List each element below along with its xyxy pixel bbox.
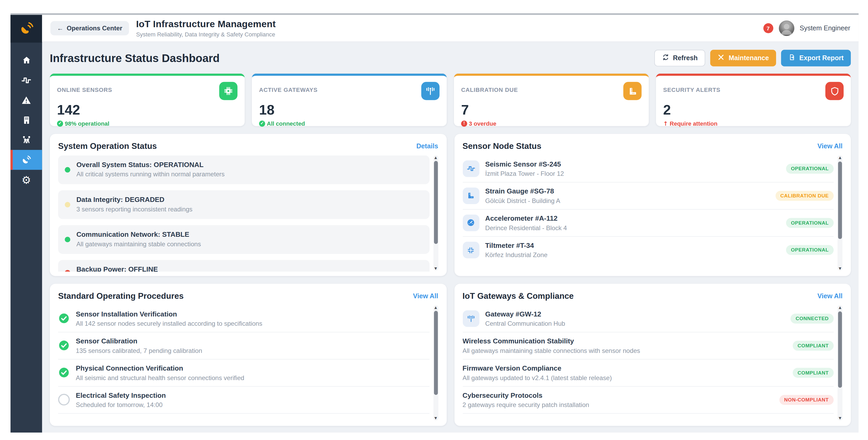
export-report-button[interactable]: Export Report bbox=[781, 50, 851, 67]
scroll-up-arrow[interactable]: ▲ bbox=[838, 305, 843, 310]
scrollbar[interactable]: ▲ ▼ bbox=[433, 156, 438, 271]
status-badge: CALIBRATION DUE bbox=[775, 191, 834, 201]
compliance-row[interactable]: Firmware Version Compliance All gateways… bbox=[463, 360, 834, 387]
procedure-row[interactable]: Sensor Calibration 135 sensors calibrate… bbox=[58, 332, 429, 360]
status-item: Communication Network: STABLE All gatewa… bbox=[58, 225, 429, 254]
stat-note: ! 3 overdue bbox=[461, 120, 642, 127]
status-badge: COMPLIANT bbox=[793, 340, 834, 350]
gateways-list: Gateway #GW-12 Central Communication Hub… bbox=[463, 305, 843, 421]
sensor-row[interactable]: Accelerometer #A-112 Derince Residential… bbox=[463, 210, 834, 237]
up-arrow-icon: ↑ bbox=[663, 120, 668, 127]
scrollbar-thumb[interactable] bbox=[838, 311, 842, 388]
view-all-link[interactable]: View All bbox=[817, 142, 842, 150]
status-badge: OPERATIONAL bbox=[786, 163, 834, 173]
content-area: Infrastructure Status Dashboard Refresh bbox=[42, 42, 859, 432]
sidebar-item-settings[interactable]: ⚙ bbox=[10, 170, 42, 190]
status-item: Backup Power: OFFLINE bbox=[58, 260, 429, 272]
status-dot-red bbox=[65, 270, 70, 272]
procedure-row[interactable]: Electrical Safety Inspection Scheduled f… bbox=[58, 387, 429, 414]
maintenance-button[interactable]: Maintenance bbox=[710, 50, 776, 67]
stat-card-active-gateways: ACTIVE GATEWAYS 18 ✓ All connected bbox=[252, 74, 447, 126]
gateway-row[interactable]: Gateway #GW-12 Central Communication Hub… bbox=[463, 305, 834, 333]
sidebar-item-buildings[interactable] bbox=[10, 110, 42, 130]
app-subtitle: System Reliability, Data Integrity & Saf… bbox=[136, 31, 276, 37]
view-all-link[interactable]: View All bbox=[817, 292, 842, 299]
stat-card-online-sensors: ONLINE SENSORS 142 ✓ 98% operational bbox=[50, 74, 245, 126]
panel-standard-operating-procedures: Standard Operating Procedures View All S… bbox=[50, 284, 446, 426]
check-circle-icon bbox=[58, 340, 70, 351]
chip-icon bbox=[219, 82, 238, 100]
stat-value: 18 bbox=[259, 102, 439, 118]
scrollbar[interactable]: ▲ ▼ bbox=[433, 305, 438, 420]
details-link[interactable]: Details bbox=[416, 142, 438, 150]
compress-icon bbox=[463, 242, 479, 259]
avatar[interactable] bbox=[779, 21, 794, 36]
sidebar-nav: ⚙ bbox=[10, 42, 42, 190]
stat-note: ✓ All connected bbox=[259, 120, 439, 127]
status-badge: OPERATIONAL bbox=[786, 218, 834, 228]
sidebar: ⚙ bbox=[10, 15, 42, 433]
stat-note: ✓ 98% operational bbox=[57, 120, 238, 127]
procedure-row[interactable]: Sensor Installation Verification All 142… bbox=[58, 305, 429, 333]
refresh-icon bbox=[662, 54, 669, 63]
sidebar-item-home[interactable] bbox=[10, 50, 42, 70]
stat-card-calibration-due: CALIBRATION DUE 7 ! 3 overdue bbox=[454, 74, 649, 126]
sensor-row[interactable]: Strain Gauge #SG-78 Gölcük District - Bu… bbox=[463, 183, 834, 210]
scrollbar[interactable]: ▲ ▼ bbox=[838, 156, 843, 271]
waveform-icon bbox=[463, 160, 479, 177]
scroll-down-arrow[interactable]: ▼ bbox=[433, 416, 438, 420]
stat-card-security-alerts: SECURITY ALERTS 2 ↑ Require attention bbox=[656, 74, 851, 126]
procedure-row[interactable]: Physical Connection Verification All sei… bbox=[58, 360, 429, 387]
sidebar-item-field-teams[interactable] bbox=[10, 130, 42, 150]
user-name: System Engineer bbox=[800, 24, 850, 32]
sidebar-item-alerts[interactable] bbox=[10, 90, 42, 110]
app-window: ⚙ ← Operations Center IoT Infrastructure… bbox=[0, 0, 868, 440]
stat-note: ↑ Require attention bbox=[663, 120, 844, 127]
alert-triangle-icon bbox=[21, 95, 32, 105]
refresh-button[interactable]: Refresh bbox=[654, 50, 705, 67]
status-dot-green bbox=[65, 237, 70, 242]
panel-sensor-node-status: Sensor Node Status View All Seismic Sens… bbox=[454, 134, 850, 276]
panel-system-operation-status: System Operation Status Details Overall … bbox=[50, 134, 446, 276]
scroll-down-arrow[interactable]: ▼ bbox=[838, 416, 843, 420]
panel-title: System Operation Status bbox=[58, 141, 157, 150]
stat-value: 2 bbox=[663, 102, 844, 118]
status-item: Overall System Status: OPERATIONAL All c… bbox=[58, 156, 429, 184]
scroll-down-arrow[interactable]: ▼ bbox=[838, 266, 843, 271]
activity-icon bbox=[21, 75, 32, 86]
notification-badge[interactable]: 7 bbox=[763, 23, 773, 33]
view-all-link[interactable]: View All bbox=[413, 292, 438, 299]
tools-icon bbox=[718, 54, 725, 63]
ruler-icon bbox=[463, 187, 479, 204]
page-title: Infrastructure Status Dashboard bbox=[50, 52, 220, 64]
system-status-list: Overall System Status: OPERATIONAL All c… bbox=[58, 156, 438, 272]
compliance-row[interactable]: Cybersecurity Protocols 2 gateways requi… bbox=[463, 387, 834, 414]
panel-iot-gateways-compliance: IoT Gateways & Compliance View All Gatew… bbox=[454, 284, 850, 426]
sensor-row[interactable]: Tiltmeter #T-34 Körfez Industrial Zone O… bbox=[463, 237, 834, 264]
sidebar-item-iot-infrastructure[interactable] bbox=[10, 150, 42, 170]
scroll-up-arrow[interactable]: ▲ bbox=[838, 156, 843, 160]
stat-value: 7 bbox=[461, 102, 642, 118]
back-button[interactable]: ← Operations Center bbox=[51, 21, 129, 35]
sidebar-item-activity[interactable] bbox=[10, 70, 42, 90]
scroll-down-arrow[interactable]: ▼ bbox=[433, 266, 438, 271]
scrollbar-thumb[interactable] bbox=[434, 161, 438, 244]
sensor-row[interactable]: Seismic Sensor #S-245 İzmit Plaza Tower … bbox=[463, 156, 834, 183]
back-arrow-icon: ← bbox=[57, 25, 63, 31]
scroll-up-arrow[interactable]: ▲ bbox=[433, 156, 438, 160]
scrollbar-thumb[interactable] bbox=[838, 162, 842, 239]
gauge-icon bbox=[463, 214, 479, 231]
app-title: IoT Infrastructure Management bbox=[136, 19, 276, 30]
scroll-up-arrow[interactable]: ▲ bbox=[433, 305, 438, 310]
settings-gear-icon: ⚙ bbox=[22, 174, 31, 185]
check-circle-icon: ✓ bbox=[57, 121, 63, 127]
stat-label: SECURITY ALERTS bbox=[663, 86, 721, 93]
unchecked-circle-icon bbox=[58, 394, 70, 405]
check-circle-icon: ✓ bbox=[259, 121, 265, 127]
building-icon bbox=[21, 115, 31, 125]
compliance-row[interactable]: Wireless Communication Stability All gat… bbox=[463, 332, 834, 360]
file-export-icon bbox=[788, 54, 795, 63]
scrollbar-thumb[interactable] bbox=[434, 311, 438, 395]
stat-label: ACTIVE GATEWAYS bbox=[259, 86, 318, 93]
scrollbar[interactable]: ▲ ▼ bbox=[838, 305, 843, 420]
